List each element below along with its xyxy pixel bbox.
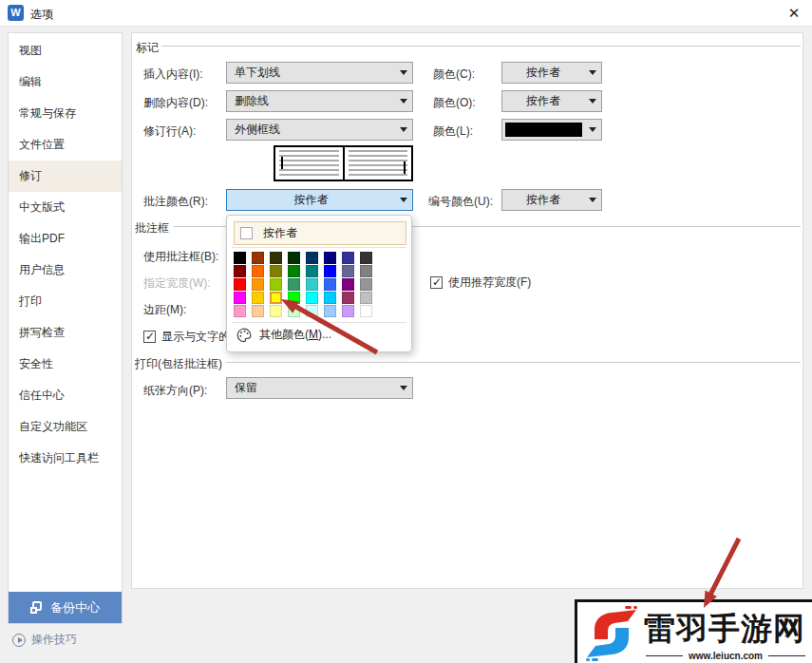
color-swatch[interactable]: [306, 278, 318, 291]
sidebar-item[interactable]: 安全性: [9, 349, 122, 380]
show-lines-checkbox[interactable]: 显示与文字的: [143, 329, 230, 345]
color-swatch[interactable]: [306, 252, 318, 264]
revision-line-label: 修订行(A):: [143, 123, 196, 140]
color-swatch[interactable]: [324, 278, 336, 291]
color-swatch[interactable]: [288, 292, 300, 304]
color-swatch[interactable]: [342, 292, 354, 304]
color-swatch[interactable]: [306, 305, 318, 317]
color-swatch[interactable]: [288, 252, 300, 264]
color-swatch[interactable]: [342, 305, 354, 317]
tips-link[interactable]: 操作技巧: [12, 632, 77, 648]
color-swatch[interactable]: [360, 292, 372, 304]
chevron-down-icon: [584, 127, 601, 132]
tips-label: 操作技巧: [31, 632, 77, 648]
sidebar-item[interactable]: 打印: [9, 286, 122, 317]
color-swatch[interactable]: [252, 265, 264, 277]
color-swatch[interactable]: [270, 265, 282, 277]
color-o-dropdown[interactable]: 按作者: [501, 90, 602, 112]
color-swatch[interactable]: [342, 278, 354, 291]
color-swatch[interactable]: [324, 265, 336, 277]
delete-content-dropdown[interactable]: 删除线: [226, 90, 413, 112]
checkbox-checked-icon: [143, 331, 156, 343]
revision-line-dropdown[interactable]: 外侧框线: [226, 119, 413, 141]
chevron-down-icon: [395, 99, 412, 104]
color-swatch[interactable]: [270, 252, 282, 264]
color-swatch[interactable]: [234, 252, 246, 264]
delete-content-label: 删除内容(D):: [143, 95, 208, 111]
sidebar-item[interactable]: 信任中心: [9, 380, 122, 411]
insert-content-label: 插入内容(I):: [143, 66, 203, 83]
color-o-label: 颜色(O):: [433, 95, 476, 111]
backup-center-label: 备份中心: [50, 599, 100, 616]
palette-icon: [236, 328, 252, 343]
by-author-option[interactable]: 按作者: [234, 221, 406, 245]
color-l-label: 颜色(L):: [433, 123, 473, 140]
paper-orientation-dropdown[interactable]: 保留: [226, 377, 413, 399]
color-swatch[interactable]: [288, 265, 300, 277]
color-swatch[interactable]: [342, 265, 354, 277]
chevron-down-icon: [395, 386, 412, 390]
color-swatch[interactable]: [288, 278, 300, 291]
popup-divider: [232, 247, 406, 248]
color-picker-popup: 按作者 其他颜色(M)...: [226, 215, 412, 352]
color-swatch[interactable]: [252, 292, 264, 304]
color-swatch[interactable]: [252, 252, 264, 264]
color-swatch[interactable]: [306, 292, 318, 304]
backup-icon: [30, 601, 44, 615]
color-swatch[interactable]: [324, 292, 336, 304]
chevron-down-icon: [584, 99, 601, 104]
backup-center-button[interactable]: 备份中心: [9, 592, 122, 623]
line-color-swatch: [505, 123, 582, 137]
close-icon[interactable]: ✕: [784, 4, 803, 23]
color-swatch[interactable]: [270, 292, 282, 304]
color-swatch[interactable]: [342, 252, 354, 264]
color-swatch[interactable]: [252, 305, 264, 317]
popup-divider: [232, 322, 406, 323]
specify-width-label: 指定宽度(W):: [143, 275, 211, 292]
recommended-width-checkbox[interactable]: 使用推荐宽度(F): [430, 275, 531, 291]
marks-section-title: 标记: [136, 40, 159, 56]
sidebar-item[interactable]: 输出PDF: [9, 223, 122, 255]
section-divider: [226, 362, 801, 363]
sidebar-item[interactable]: 文件位置: [9, 129, 122, 161]
color-swatch[interactable]: [324, 305, 336, 317]
color-swatch[interactable]: [252, 278, 264, 291]
color-l-dropdown[interactable]: [501, 119, 602, 141]
sidebar-item[interactable]: 常规与保存: [9, 98, 122, 129]
chevron-down-icon: [584, 70, 601, 75]
section-divider: [161, 46, 801, 47]
color-c-dropdown[interactable]: 按作者: [501, 62, 602, 84]
sidebar-item[interactable]: 自定义功能区: [9, 411, 122, 443]
color-swatch[interactable]: [270, 278, 282, 291]
color-swatch[interactable]: [324, 252, 336, 264]
sidebar-item[interactable]: 编辑: [9, 66, 122, 98]
sidebar-item[interactable]: 用户信息: [9, 255, 122, 286]
sidebar-item[interactable]: 快速访问工具栏: [9, 443, 122, 474]
comment-color-dropdown[interactable]: 按作者: [226, 189, 413, 211]
insert-content-dropdown[interactable]: 单下划线: [226, 62, 413, 84]
more-colors-option[interactable]: 其他颜色(M)...: [236, 327, 331, 343]
window-title: 选项: [30, 7, 53, 23]
color-swatch[interactable]: [360, 278, 372, 291]
sidebar-item[interactable]: 视图: [9, 35, 122, 66]
site-name: 雷羽手游网: [644, 608, 805, 651]
color-swatch[interactable]: [234, 292, 246, 304]
color-swatch[interactable]: [360, 305, 372, 317]
color-swatch[interactable]: [234, 278, 246, 291]
sidebar-item[interactable]: 拼写检查: [9, 317, 122, 349]
site-logo-icon: [583, 605, 640, 662]
recommended-width-label: 使用推荐宽度(F): [448, 275, 531, 291]
color-swatch[interactable]: [234, 305, 246, 317]
preview-page-right: [349, 150, 408, 177]
sidebar-item[interactable]: 中文版式: [9, 192, 122, 223]
sidebar-item[interactable]: 修订: [9, 161, 122, 192]
color-swatch[interactable]: [270, 305, 282, 317]
title-bar: W 选项 ✕: [0, 0, 812, 27]
color-swatch[interactable]: [360, 265, 372, 277]
color-swatch[interactable]: [288, 305, 300, 317]
color-swatch[interactable]: [306, 265, 318, 277]
color-swatch[interactable]: [234, 265, 246, 277]
numbering-color-dropdown[interactable]: 按作者: [501, 189, 602, 211]
color-swatch[interactable]: [360, 252, 372, 264]
chevron-down-icon: [395, 70, 412, 75]
